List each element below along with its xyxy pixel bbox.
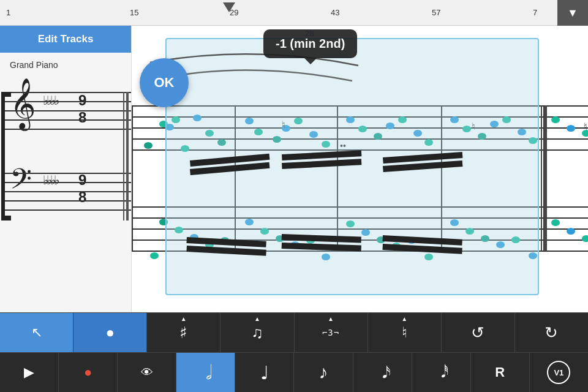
barline-0 bbox=[132, 105, 133, 251]
sharp-tool-btn[interactable]: ▲ ♯ bbox=[147, 313, 221, 352]
score-area: 28 29 bbox=[132, 26, 588, 312]
record-icon: ● bbox=[84, 364, 92, 380]
bass-note-40 bbox=[551, 219, 560, 226]
edit-tracks-button[interactable]: Edit Tracks bbox=[0, 26, 131, 53]
beam-icon: ♫ bbox=[251, 323, 263, 342]
ok-button[interactable]: OK bbox=[140, 58, 189, 107]
marker-15: 15 bbox=[130, 8, 138, 17]
bracket-top bbox=[1, 92, 11, 97]
marker-7: 7 bbox=[533, 8, 537, 17]
play-btn[interactable]: ▶ bbox=[0, 353, 59, 392]
quarter-note-icon: ♩ bbox=[260, 362, 269, 383]
timeline-dropdown[interactable] bbox=[557, 0, 588, 26]
undo-btn[interactable]: ↺ bbox=[442, 313, 515, 352]
final-barline bbox=[541, 105, 547, 251]
eighth-note-btn[interactable]: ♪ bbox=[294, 353, 353, 392]
note-4 bbox=[144, 142, 153, 149]
eye-icon: 👁 bbox=[141, 366, 153, 380]
bass-note-41 bbox=[567, 228, 575, 235]
cursor-tool-btn[interactable]: ↖ bbox=[0, 313, 74, 352]
play-icon: ▶ bbox=[24, 364, 34, 380]
up-arrow-beam: ▲ bbox=[254, 315, 260, 322]
up-arrow-nat: ▲ bbox=[401, 315, 407, 322]
natural-icon: ♮ bbox=[402, 324, 407, 341]
marker-57: 57 bbox=[432, 8, 440, 17]
staff-treble bbox=[5, 92, 131, 129]
toolbar-top: ↖ ● ▲ ♯ ▲ ♫ ▲ ⌐3¬ ▲ ♮ ↺ ↻ bbox=[0, 312, 588, 352]
sidebar: Edit Tracks Grand Piano 𝄞 ♭♭♭♭ 98 𝄢 ♭♭♭♭… bbox=[0, 26, 132, 312]
marker-43: 43 bbox=[331, 8, 339, 17]
cursor-icon: ↖ bbox=[31, 325, 42, 341]
note-41 bbox=[567, 125, 575, 132]
bass-note-6 bbox=[150, 252, 159, 259]
thirtysecond-note-btn[interactable]: 𝅘𝅥𝅰 bbox=[412, 353, 471, 392]
undo-icon: ↺ bbox=[471, 323, 484, 342]
up-arrow-triplet: ▲ bbox=[328, 315, 334, 322]
toolbar-bottom: ▶ ● 👁 𝅗𝅥 ♩ ♪ 𝅘𝅥𝅯 𝅘𝅥𝅰 R V1 bbox=[0, 352, 588, 392]
rest-btn[interactable]: R bbox=[471, 353, 530, 392]
timeline: 1 15 29 43 57 7 bbox=[0, 0, 588, 26]
bracket-bottom bbox=[1, 216, 11, 221]
dot-tool-btn[interactable]: ● bbox=[74, 313, 147, 352]
eye-btn[interactable]: 👁 bbox=[118, 353, 176, 392]
triplet-tool-btn[interactable]: ▲ ⌐3¬ bbox=[295, 313, 368, 352]
beam-tool-btn[interactable]: ▲ ♫ bbox=[221, 313, 294, 352]
double-barline-sidebar bbox=[123, 92, 129, 221]
triplet-icon: ⌐3¬ bbox=[322, 328, 339, 337]
dot-icon: ● bbox=[105, 324, 115, 341]
score-wrapper: 28 29 bbox=[132, 26, 588, 312]
voice-circle: V1 bbox=[547, 361, 570, 384]
staff-bass bbox=[5, 173, 131, 209]
redo-icon: ↻ bbox=[545, 323, 558, 342]
sixteenth-note-btn[interactable]: 𝅘𝅥𝅯 bbox=[353, 353, 412, 392]
rest-icon: R bbox=[495, 364, 505, 380]
up-arrow-sharp: ▲ bbox=[181, 315, 187, 322]
interval-tooltip: -1 (min 2nd) bbox=[263, 29, 357, 58]
natural-tool-btn[interactable]: ▲ ♮ bbox=[368, 313, 442, 352]
playhead[interactable] bbox=[222, 0, 236, 26]
bass-note-42 bbox=[582, 235, 588, 242]
marker-1: 1 bbox=[6, 8, 10, 17]
playhead-triangle bbox=[223, 2, 235, 12]
voice-btn[interactable]: V1 bbox=[530, 353, 588, 392]
bracket-left bbox=[1, 92, 5, 221]
half-note-btn[interactable]: 𝅗𝅥 bbox=[176, 353, 235, 392]
sharp-icon: ♯ bbox=[179, 323, 187, 342]
voice-label: V1 bbox=[554, 368, 564, 377]
instrument-label: Grand Piano bbox=[0, 53, 131, 74]
redo-btn[interactable]: ↻ bbox=[515, 313, 588, 352]
record-btn[interactable]: ● bbox=[59, 353, 118, 392]
selection-box bbox=[165, 38, 539, 295]
accidental-3: ♮ bbox=[584, 121, 587, 132]
quarter-note-btn[interactable]: ♩ bbox=[235, 353, 294, 392]
eighth-note-icon: ♪ bbox=[319, 362, 328, 383]
note-40 bbox=[551, 116, 560, 123]
